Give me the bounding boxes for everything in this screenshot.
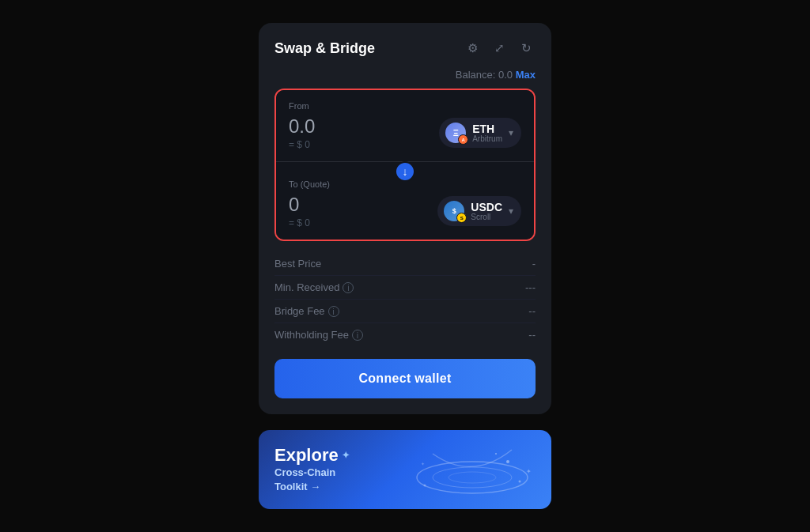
- swap-bridge-card: Swap & Bridge ⚙ ⤢ ↻ Balance: 0.0 Max Fro…: [259, 23, 551, 414]
- swap-direction-button[interactable]: ↓: [395, 161, 415, 182]
- from-usd: = $ 0: [289, 139, 315, 150]
- banner-text: Explore ✦ Cross-Chain Toolkit →: [274, 445, 350, 494]
- card-header: Swap & Bridge ⚙ ⤢ ↻: [274, 39, 536, 58]
- svg-point-5: [424, 485, 426, 487]
- from-section: From 0.0 = $ 0 Ξ A ETH Arbitrum ▾: [276, 90, 534, 162]
- to-usd: = $ 0: [289, 217, 310, 228]
- share-button[interactable]: ⤢: [490, 39, 509, 58]
- connect-wallet-button[interactable]: Connect wallet: [274, 359, 536, 398]
- min-received-label: Min. Received i: [274, 281, 354, 293]
- header-icons: ⚙ ⤢ ↻: [463, 39, 536, 58]
- settings-button[interactable]: ⚙: [463, 39, 482, 58]
- withholding-fee-value: --: [528, 329, 536, 341]
- to-token-chevron: ▾: [509, 206, 513, 217]
- scroll-badge: S: [456, 213, 467, 223]
- banner-explore-title: Explore ✦: [274, 445, 350, 466]
- settings-icon: ⚙: [467, 41, 478, 55]
- to-field-row: 0 = $ 0 $ S USDC Scroll ▾: [289, 194, 521, 228]
- to-token-name: USDC: [471, 202, 502, 213]
- withholding-fee-label: Withholding Fee i: [274, 329, 363, 341]
- down-arrow-icon: ↓: [403, 165, 408, 178]
- usdc-icon: $ S: [444, 201, 464, 221]
- from-token-selector[interactable]: Ξ A ETH Arbitrum ▾: [439, 118, 521, 148]
- bridge-fee-info-icon: i: [328, 306, 339, 317]
- share-icon: ⤢: [494, 41, 505, 55]
- from-amount: 0.0: [289, 115, 315, 138]
- min-received-info-icon: i: [343, 282, 354, 293]
- balance-row: Balance: 0.0 Max: [274, 69, 536, 81]
- card-title: Swap & Bridge: [274, 40, 375, 57]
- to-token-chain: Scroll: [471, 213, 502, 221]
- bridge-fee-label: Bridge Fee i: [274, 305, 339, 317]
- refresh-button[interactable]: ↻: [517, 39, 536, 58]
- withholding-fee-info-icon: i: [352, 330, 363, 341]
- svg-text:✦: ✦: [421, 462, 425, 466]
- withholding-fee-row: Withholding Fee i --: [274, 323, 536, 346]
- balance-value: 0.0: [498, 69, 513, 81]
- svg-point-3: [506, 460, 509, 463]
- from-token-chain: Arbitrum: [472, 134, 502, 143]
- bridge-fee-row: Bridge Fee i --: [274, 300, 536, 323]
- from-label: From: [289, 101, 521, 111]
- swap-input-box: From 0.0 = $ 0 Ξ A ETH Arbitrum ▾: [274, 89, 536, 241]
- from-field-row: 0.0 = $ 0 Ξ A ETH Arbitrum ▾: [289, 115, 521, 150]
- refresh-icon: ↻: [521, 41, 532, 55]
- min-received-row: Min. Received i ---: [274, 276, 536, 300]
- bridge-fee-value: --: [528, 305, 536, 317]
- best-price-value: -: [532, 258, 536, 270]
- from-token-name: ETH: [472, 123, 502, 134]
- svg-point-4: [519, 481, 521, 483]
- to-token-selector[interactable]: $ S USDC Scroll ▾: [437, 196, 521, 226]
- best-price-row: Best Price -: [274, 252, 536, 276]
- svg-point-6: [495, 453, 497, 455]
- best-price-label: Best Price: [274, 258, 321, 270]
- svg-point-1: [433, 467, 512, 488]
- explore-banner[interactable]: Explore ✦ Cross-Chain Toolkit → ✦ ✦: [259, 430, 551, 509]
- banner-subtitle: Cross-Chain Toolkit →: [274, 466, 350, 494]
- from-token-chevron: ▾: [509, 127, 513, 138]
- max-button[interactable]: Max: [516, 69, 536, 81]
- banner-decoration: ✦ ✦: [409, 438, 536, 501]
- svg-text:✦: ✦: [526, 468, 532, 475]
- balance-label: Balance:: [456, 69, 496, 81]
- eth-icon: Ξ A: [445, 123, 466, 143]
- to-amount: 0: [289, 194, 310, 216]
- banner-star-icon: ✦: [342, 450, 350, 461]
- min-received-value: ---: [525, 281, 536, 293]
- svg-point-2: [449, 472, 496, 483]
- info-rows: Best Price - Min. Received i --- Bridge …: [274, 252, 536, 346]
- arbitrum-badge: A: [458, 134, 468, 145]
